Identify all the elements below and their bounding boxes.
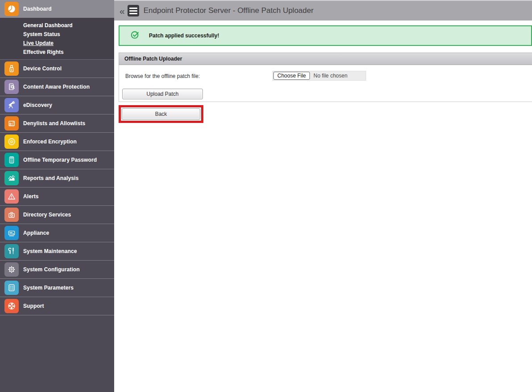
briefcase-icon [4, 208, 19, 222]
disc-icon [4, 135, 19, 149]
warning-triangle-icon [4, 189, 19, 204]
main-content: « Endpoint Protector Server - Offline Pa… [114, 0, 532, 392]
sidebar-item-system-maintenance[interactable]: System Maintenance [0, 242, 114, 261]
sidebar-item-system-configuration[interactable]: System Configuration [0, 261, 114, 279]
telescope-icon [4, 98, 19, 112]
sidebar: DashboardGeneral DashboardSystem StatusL… [0, 0, 114, 392]
success-alert: Patch applied successfully! [119, 25, 532, 46]
sidebar-item-appliance[interactable]: Appliance [0, 224, 114, 242]
calculator-icon [4, 153, 19, 167]
sidebar-item-label: Offline Temporary Password [23, 157, 97, 163]
back-button[interactable]: Back [122, 108, 200, 120]
sidebar-item-label: System Parameters [23, 285, 74, 291]
sidebar-item-offline-temporary-password[interactable]: Offline Temporary Password [0, 151, 114, 169]
sidebar-item-label: eDiscovery [23, 102, 52, 108]
check-circle-icon [130, 30, 140, 41]
tools-icon [4, 244, 19, 258]
page-title: Endpoint Protector Server - Offline Patc… [144, 6, 313, 15]
submenu-item-general-dashboard[interactable]: General Dashboard [0, 21, 114, 30]
usb-drive-icon [4, 61, 19, 76]
sidebar-item-label: Support [23, 303, 44, 309]
document-scan-icon [4, 80, 19, 94]
sidebar-item-label: System Maintenance [23, 248, 77, 254]
upload-patch-button[interactable]: Upload Patch [122, 89, 203, 99]
sidebar-item-dashboard[interactable]: Dashboard [0, 0, 114, 18]
sidebar-item-content-aware-protection[interactable]: Content Aware Protection [0, 78, 114, 96]
sidebar-item-ediscovery[interactable]: eDiscovery [0, 96, 114, 114]
sidebar-item-label: Device Control [23, 65, 62, 72]
sidebar-item-denylists-and-allowlists[interactable]: Denylists and Allowlists [0, 114, 114, 133]
browse-file-label: Browse for the offline patch file: [125, 73, 200, 79]
submenu-item-effective-rights[interactable]: Effective Rights [0, 48, 114, 57]
sidebar-item-label: Enforced Encryption [23, 139, 77, 145]
choose-file-button[interactable]: Choose File [273, 72, 310, 80]
lifebuoy-icon [4, 299, 19, 313]
panel-title: Offline Patch Uploader [119, 53, 532, 65]
gear-icon [4, 262, 19, 277]
sidebar-item-label: Alerts [23, 193, 39, 200]
pie-chart-icon [4, 2, 19, 16]
sidebar-item-reports-and-analysis[interactable]: Reports and Analysis [0, 169, 114, 188]
checklist-icon [4, 281, 19, 295]
submenu-item-live-update[interactable]: Live Update [0, 39, 114, 48]
file-input[interactable]: Choose File No file chosen [272, 71, 366, 81]
sidebar-item-support[interactable]: Support [0, 297, 114, 315]
sidebar-item-label: Dashboard [23, 6, 52, 12]
area-chart-icon [4, 171, 19, 185]
sidebar-item-alerts[interactable]: Alerts [0, 188, 114, 206]
file-status-text: No file chosen [313, 73, 347, 79]
offline-patch-uploader-panel: Offline Patch Uploader Browse for the of… [119, 53, 532, 102]
panel-body: Browse for the offline patch file: Choos… [119, 65, 532, 102]
sidebar-item-label: Reports and Analysis [23, 175, 78, 181]
red-annotation-box: Back [119, 105, 203, 123]
sidebar-item-label: System Configuration [23, 266, 80, 273]
page-header: « Endpoint Protector Server - Offline Pa… [114, 0, 532, 20]
sidebar-item-enforced-encryption[interactable]: Enforced Encryption [0, 133, 114, 151]
sidebar-item-label: Directory Services [23, 212, 71, 218]
list-window-icon [4, 116, 19, 131]
sidebar-item-system-parameters[interactable]: System Parameters [0, 279, 114, 297]
sidebar-item-label: Appliance [23, 230, 49, 236]
sidebar-item-directory-services[interactable]: Directory Services [0, 206, 114, 224]
success-alert-message: Patch applied successfully! [149, 33, 219, 39]
submenu-item-system-status[interactable]: System Status [0, 30, 114, 39]
server-icon [4, 226, 19, 240]
sidebar-item-label: Denylists and Allowlists [23, 120, 85, 127]
collapse-sidebar-icon[interactable]: « [120, 6, 125, 16]
sidebar-item-label: Content Aware Protection [23, 84, 90, 90]
hamburger-icon[interactable] [128, 5, 139, 16]
sidebar-submenu: General DashboardSystem StatusLive Updat… [0, 18, 114, 60]
sidebar-item-device-control[interactable]: Device Control [0, 60, 114, 78]
